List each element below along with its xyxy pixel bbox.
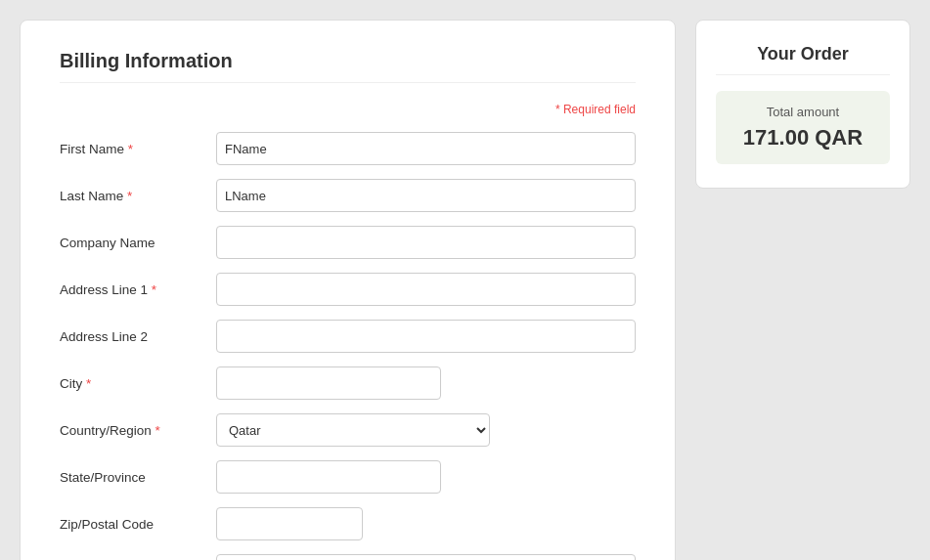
state-row: State/Province <box>60 460 636 494</box>
zip-label: Zip/Postal Code <box>60 517 216 532</box>
first-name-label: First Name * <box>60 142 216 156</box>
state-label: State/Province <box>60 470 216 485</box>
required-note-text: * Required field <box>555 103 636 116</box>
address-line1-row: Address Line 1 * <box>60 273 636 306</box>
phone-input[interactable] <box>216 554 636 560</box>
address-line2-input[interactable] <box>216 320 636 353</box>
first-name-required-star: * <box>128 142 133 156</box>
required-note: * Required field <box>60 103 636 116</box>
billing-title: Billing Information <box>60 50 636 83</box>
last-name-label: Last Name * <box>60 189 216 203</box>
address-line2-row: Address Line 2 <box>60 320 636 353</box>
zip-input[interactable] <box>216 507 363 540</box>
country-row: Country/Region * Qatar United States Uni… <box>60 413 636 447</box>
last-name-input[interactable] <box>216 179 636 212</box>
phone-row: Phone Number * <box>60 554 636 560</box>
country-label: Country/Region * <box>60 423 216 438</box>
address-line2-label: Address Line 2 <box>60 329 216 344</box>
company-name-input[interactable] <box>216 226 636 259</box>
address-line1-input[interactable] <box>216 273 636 306</box>
city-label: City * <box>60 376 216 391</box>
zip-row: Zip/Postal Code <box>60 507 636 540</box>
company-name-row: Company Name <box>60 226 636 259</box>
order-title: Your Order <box>716 44 890 75</box>
city-row: City * <box>60 366 636 400</box>
company-name-label: Company Name <box>60 236 216 250</box>
last-name-row: Last Name * <box>60 179 636 212</box>
address-line1-label: Address Line 1 * <box>60 282 216 297</box>
first-name-input[interactable] <box>216 132 636 165</box>
last-name-required-star: * <box>127 189 132 203</box>
state-input[interactable] <box>216 460 441 494</box>
order-total-label: Total amount <box>731 105 874 119</box>
order-total-box: Total amount 171.00 QAR <box>716 91 890 164</box>
country-select[interactable]: Qatar United States United Kingdom India… <box>216 413 490 447</box>
address-line1-required-star: * <box>152 282 156 297</box>
order-total-amount: 171.00 QAR <box>731 125 874 151</box>
city-required-star: * <box>86 376 91 391</box>
first-name-row: First Name * <box>60 132 636 165</box>
city-input[interactable] <box>216 366 441 400</box>
billing-card: Billing Information * Required field Fir… <box>20 20 676 560</box>
order-card: Your Order Total amount 171.00 QAR <box>695 20 910 189</box>
country-required-star: * <box>155 423 160 438</box>
